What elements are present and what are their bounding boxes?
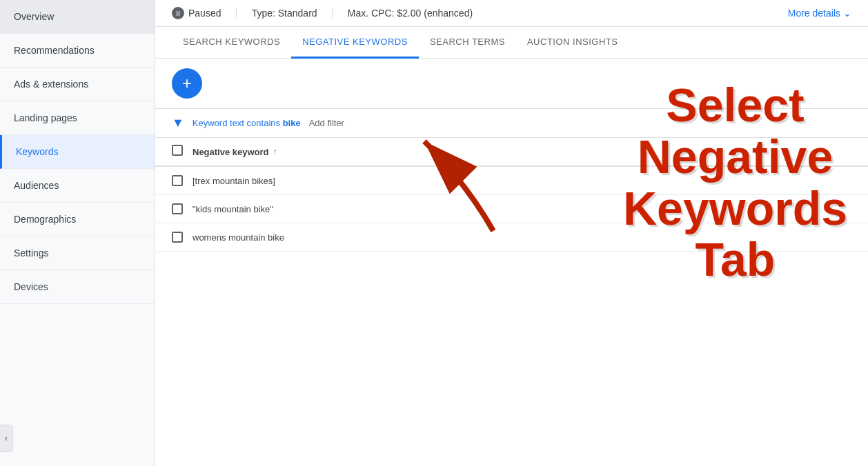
row-checkbox-cell-1 (172, 175, 193, 186)
table-row[interactable]: womens mountain bike (155, 223, 868, 252)
chevron-down-icon: ⌄ (843, 8, 851, 19)
tab-search-terms[interactable]: SEARCH TERMS (419, 27, 516, 59)
sidebar-item-landing-pages[interactable]: Landing pages (0, 101, 155, 135)
keyword-text-2: "kids mountain bike" (193, 204, 273, 214)
sort-arrow-icon[interactable]: ↑ (273, 147, 277, 156)
sidebar-item-overview[interactable]: Overview (0, 0, 155, 34)
table-row[interactable]: [trex mountain bikes] (155, 167, 868, 195)
row-checkbox-3[interactable] (172, 232, 183, 243)
keyword-text-3: womens mountain bike (193, 232, 284, 243)
topbar-divider1: | (235, 7, 237, 19)
sidebar-item-ads-extensions[interactable]: Ads & extensions (0, 68, 155, 101)
sidebar-item-settings[interactable]: Settings (0, 236, 155, 270)
row-checkbox-2[interactable] (172, 203, 183, 214)
sidebar-collapse-button[interactable]: ‹ (0, 425, 13, 452)
sidebar-item-demographics[interactable]: Demographics (0, 203, 155, 236)
filter-icon: ▼ (172, 116, 184, 130)
content-area: + ▼ Keyword text contains bike Add filte… (155, 59, 868, 466)
tab-auction-insights[interactable]: AUCTION INSIGHTS (516, 27, 629, 59)
main-content: Paused | Type: Standard | Max. CPC: $2.0… (155, 0, 868, 466)
campaign-status: Paused (172, 7, 221, 19)
add-filter-button[interactable]: Add filter (309, 118, 344, 128)
pause-icon (172, 7, 184, 19)
keyword-text-1: [trex mountain bikes] (193, 176, 275, 186)
negative-keyword-column-header: Negative keyword ↑ (193, 147, 277, 157)
campaign-type: Type: Standard (252, 8, 317, 19)
sidebar-item-recommendations[interactable]: Recommendations (0, 34, 155, 68)
filter-text[interactable]: Keyword text contains bike (193, 118, 301, 128)
status-label: Paused (188, 8, 221, 19)
sidebar: Overview Recommendations Ads & extension… (0, 0, 155, 466)
tabs-bar: SEARCH KEYWORDS NEGATIVE KEYWORDS SEARCH… (155, 27, 868, 59)
table-header: Negative keyword ↑ (155, 138, 868, 167)
add-button[interactable]: + (172, 68, 202, 99)
table-row[interactable]: "kids mountain bike" (155, 195, 868, 223)
type-value: Standard (278, 8, 317, 19)
header-checkbox[interactable] (172, 145, 183, 156)
topbar: Paused | Type: Standard | Max. CPC: $2.0… (155, 0, 868, 27)
more-details-link[interactable]: More details ⌄ (788, 8, 851, 19)
row-checkbox-cell-2 (172, 203, 193, 214)
row-checkbox-1[interactable] (172, 175, 183, 186)
sidebar-item-keywords[interactable]: Keywords (0, 135, 155, 169)
cpc-value: $2.00 (enhanced) (397, 8, 473, 19)
campaign-cpc: Max. CPC: $2.00 (enhanced) (348, 8, 473, 19)
tab-negative-keywords[interactable]: NEGATIVE KEYWORDS (291, 27, 419, 59)
topbar-divider2: | (331, 7, 334, 19)
sidebar-item-audiences[interactable]: Audiences (0, 169, 155, 203)
sidebar-item-devices[interactable]: Devices (0, 270, 155, 304)
filter-bar: ▼ Keyword text contains bike Add filter (155, 109, 868, 138)
row-checkbox-cell-3 (172, 232, 193, 243)
header-checkbox-cell (172, 145, 193, 159)
tab-search-keywords[interactable]: SEARCH KEYWORDS (172, 27, 291, 59)
action-bar: + (155, 59, 868, 109)
